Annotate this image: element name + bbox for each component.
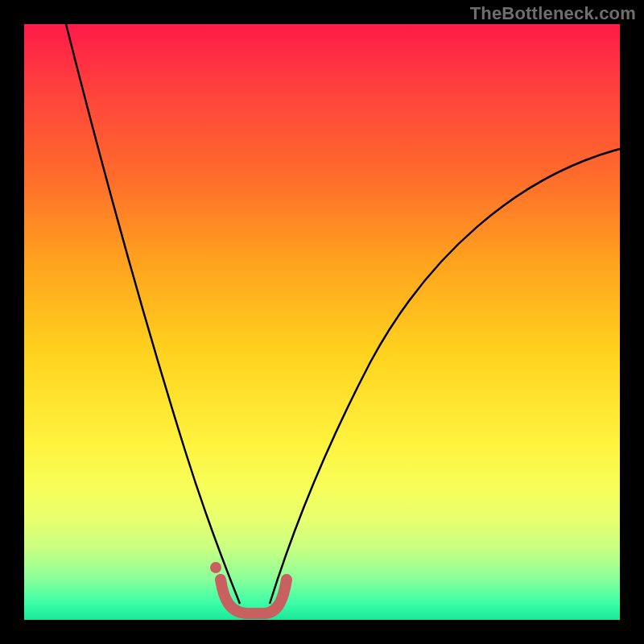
- curve-svg: [24, 24, 620, 620]
- watermark-text: TheBottleneck.com: [470, 3, 636, 24]
- marker-dot: [210, 562, 221, 573]
- right-curve: [270, 149, 620, 604]
- chart-frame: TheBottleneck.com: [0, 0, 644, 644]
- plot-area: [24, 24, 620, 620]
- left-curve: [66, 24, 240, 604]
